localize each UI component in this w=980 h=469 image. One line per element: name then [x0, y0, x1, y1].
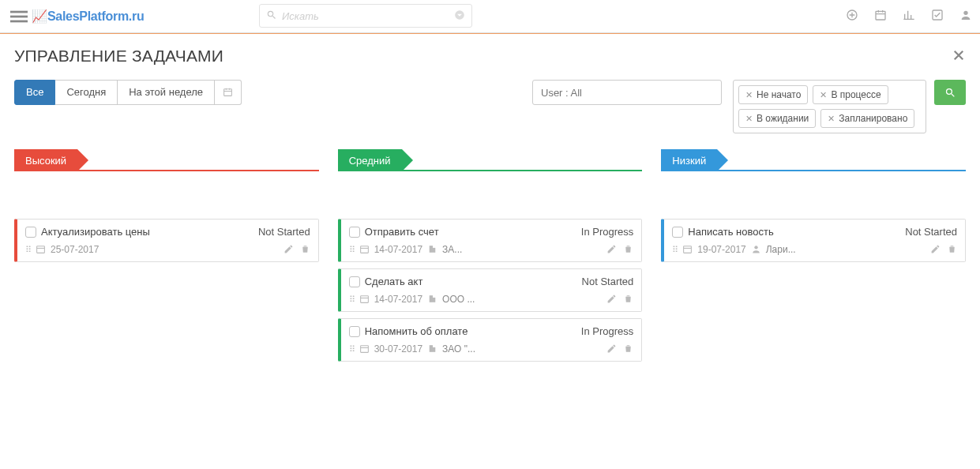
task-checkbox[interactable]	[672, 227, 683, 238]
trash-icon[interactable]	[623, 294, 633, 305]
logo-text: SalesPlatform.ru	[47, 9, 144, 24]
task-card[interactable]: Отправить счет In Progress ⠿ 14-07-2017 …	[338, 219, 643, 262]
svg-rect-1	[10, 15, 28, 17]
task-date: 30-07-2017	[374, 343, 422, 355]
task-checkbox[interactable]	[349, 326, 360, 337]
edit-icon[interactable]	[283, 244, 294, 255]
svg-rect-17	[430, 345, 433, 352]
edit-icon[interactable]	[930, 244, 941, 255]
remove-icon[interactable]: ✕	[828, 114, 835, 124]
page-header: УПРАВЛЕНИЕ ЗАДАЧАМИ	[0, 34, 980, 73]
column-label: Высокий	[14, 149, 77, 171]
chart-icon[interactable]	[903, 9, 915, 24]
filter-thisweek[interactable]: На этой неделе	[118, 80, 215, 105]
user-icon[interactable]	[959, 9, 972, 24]
edit-icon[interactable]	[606, 294, 617, 305]
svg-point-7	[963, 11, 967, 15]
calendar-icon	[359, 294, 370, 305]
building-icon	[427, 294, 437, 305]
edit-icon[interactable]	[606, 343, 617, 355]
calendar-icon	[359, 343, 370, 355]
task-status: In Progress	[581, 226, 633, 238]
trash-icon[interactable]	[623, 343, 633, 355]
svg-point-20	[754, 246, 757, 249]
svg-rect-13	[360, 296, 368, 303]
task-title: Написать новость	[688, 226, 773, 238]
filter-all[interactable]: Все	[14, 80, 55, 105]
task-card[interactable]: Напомнить об оплате In Progress ⠿ 30-07-…	[338, 318, 643, 362]
svg-rect-15	[433, 298, 435, 302]
task-status: In Progress	[581, 325, 633, 337]
task-title: Сделать акт	[365, 276, 423, 287]
person-icon	[751, 244, 761, 255]
drag-handle-icon[interactable]: ⠿	[349, 347, 355, 352]
filter-calendar[interactable]	[215, 80, 242, 105]
trash-icon[interactable]	[623, 244, 633, 255]
svg-rect-14	[430, 295, 433, 302]
filter-row: Все Сегодня На этой неделе ✕Не начато ✕В…	[0, 73, 980, 133]
task-checkbox[interactable]	[349, 276, 360, 287]
close-button[interactable]	[952, 48, 966, 65]
kanban-board: Высокий Актуализировать цены Not Started…	[0, 133, 980, 377]
svg-rect-16	[360, 346, 368, 353]
filter-today[interactable]: Сегодня	[55, 80, 118, 105]
task-checkbox[interactable]	[349, 227, 360, 238]
page-title: УПРАВЛЕНИЕ ЗАДАЧАМИ	[14, 47, 223, 66]
top-bar: 📈 SalesPlatform.ru	[0, 0, 980, 33]
card-list: Написать новость Not Started ⠿ 19-07-201…	[661, 219, 966, 262]
remove-icon[interactable]: ✕	[745, 90, 753, 100]
drag-handle-icon[interactable]: ⠿	[349, 247, 355, 253]
edit-icon[interactable]	[606, 244, 617, 255]
add-icon[interactable]	[846, 9, 858, 24]
remove-icon[interactable]: ✕	[745, 114, 753, 124]
drag-handle-icon[interactable]: ⠿	[25, 247, 31, 253]
calendar-icon	[359, 244, 370, 255]
menu-icon	[10, 8, 28, 25]
tag-not-started[interactable]: ✕Не начато	[738, 85, 808, 104]
top-right-icons	[846, 9, 972, 24]
column-label: Низкий	[661, 149, 717, 171]
svg-rect-2	[10, 20, 28, 22]
task-extra: ООО ...	[442, 294, 475, 305]
task-card[interactable]: Сделать акт Not Started ⠿ 14-07-2017 ООО…	[338, 268, 643, 312]
global-search-input[interactable]	[282, 10, 454, 22]
column-medium: Средний Отправить счет In Progress ⠿ 14-…	[338, 149, 643, 362]
user-filter-input[interactable]	[532, 80, 722, 105]
tag-in-progress[interactable]: ✕В процессе	[813, 85, 888, 104]
logo[interactable]: 📈 SalesPlatform.ru	[32, 9, 144, 24]
calendar-icon[interactable]	[874, 9, 887, 24]
column-label: Средний	[338, 149, 402, 171]
drag-handle-icon[interactable]: ⠿	[349, 297, 355, 302]
task-date: 14-07-2017	[374, 294, 422, 305]
check-icon[interactable]	[931, 9, 944, 24]
task-card[interactable]: Актуализировать цены Not Started ⠿ 25-07…	[14, 219, 319, 262]
logo-icon: 📈	[32, 9, 47, 24]
svg-rect-10	[360, 246, 368, 253]
task-extra: ЗА...	[442, 244, 462, 255]
column-low: Низкий Написать новость Not Started ⠿ 19…	[661, 149, 966, 362]
chevron-down-icon[interactable]	[454, 9, 465, 23]
tag-planned[interactable]: ✕Запланировано	[820, 109, 914, 128]
remove-icon[interactable]: ✕	[820, 90, 827, 100]
task-status: Not Started	[582, 276, 634, 287]
drag-handle-icon[interactable]: ⠿	[672, 247, 678, 253]
tag-waiting[interactable]: ✕В ожидании	[738, 109, 816, 128]
global-search[interactable]	[259, 4, 472, 28]
svg-rect-9	[37, 246, 45, 253]
task-status: Not Started	[258, 226, 310, 238]
card-list: Актуализировать цены Not Started ⠿ 25-07…	[14, 219, 319, 262]
task-date: 19-07-2017	[697, 244, 745, 255]
task-title: Актуализировать цены	[41, 226, 150, 238]
trash-icon[interactable]	[300, 244, 310, 255]
column-header: Высокий	[14, 149, 319, 171]
trash-icon[interactable]	[947, 244, 957, 255]
task-card[interactable]: Написать новость Not Started ⠿ 19-07-201…	[661, 219, 966, 262]
task-checkbox[interactable]	[25, 227, 36, 238]
task-extra: ЗАО "...	[442, 343, 475, 355]
search-button[interactable]	[934, 80, 966, 105]
column-header: Средний	[338, 149, 643, 171]
hamburger-menu[interactable]	[8, 6, 30, 28]
search-icon	[944, 87, 956, 99]
status-tags: ✕Не начато ✕В процессе ✕В ожидании ✕Запл…	[733, 80, 926, 133]
building-icon	[427, 343, 437, 355]
